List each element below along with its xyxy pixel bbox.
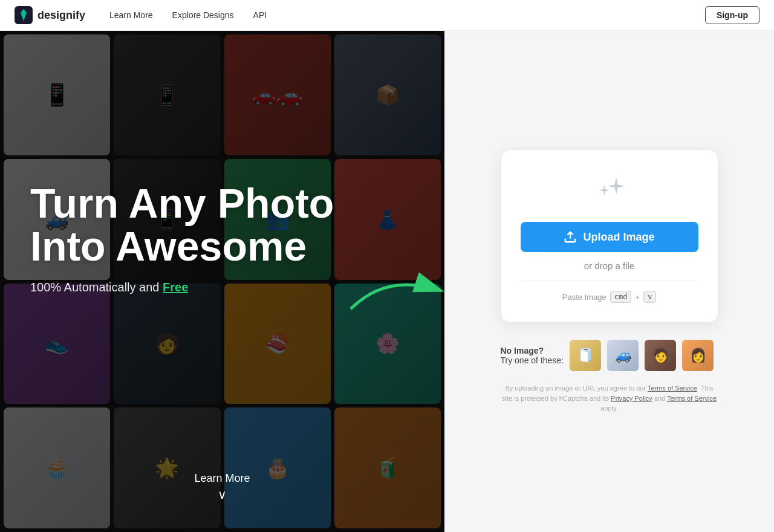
plus-sign: + (635, 293, 640, 302)
curved-arrow-icon (339, 261, 444, 321)
right-panel: Upload Image or drop a file Paste Image … (444, 31, 774, 532)
chevron-down-icon: ∨ (194, 487, 250, 502)
paste-row: Paste Image cmd + v (521, 291, 698, 303)
terms-of-service-link[interactable]: Terms of Service (648, 384, 697, 392)
upload-button-label: Upload Image (583, 231, 654, 244)
hero-title-line2: Into Awesome (30, 223, 307, 269)
upload-card: Upload Image or drop a file Paste Image … (501, 149, 718, 323)
hero-title: Turn Any Photo Into Awesome (30, 182, 334, 268)
navbar: designify Learn More Explore Designs API… (0, 0, 774, 31)
sample-thumb-face1[interactable]: 🧑 (645, 340, 676, 371)
samples-row: No Image? Try one of these: 🧻 🚙 🧑 👩 (501, 340, 718, 371)
no-image-text: No Image? (501, 346, 564, 355)
nav-links: Learn More Explore Designs API (109, 10, 267, 20)
hero-subtitle: 100% Automatically and Free (30, 281, 334, 294)
logo-text: designify (37, 9, 85, 22)
hero-title-line1: Turn Any Photo (30, 180, 334, 226)
nav-learn-more[interactable]: Learn More (109, 10, 153, 20)
logo-icon (15, 6, 33, 24)
try-one-text: Try one of these: (501, 355, 564, 365)
signup-button[interactable]: Sign-up (705, 6, 759, 24)
nav-explore-designs[interactable]: Explore Designs (172, 10, 234, 20)
paste-key-cmd: cmd (610, 291, 632, 303)
divider (521, 281, 698, 281)
terms-of-service-link-2[interactable]: Terms of Service (667, 395, 717, 402)
sample-thumb-car[interactable]: 🚙 (607, 340, 639, 371)
logo-link[interactable]: designify (15, 6, 85, 24)
hero-text-block: Turn Any Photo Into Awesome 100% Automat… (30, 182, 334, 294)
samples-label: No Image? Try one of these: (501, 346, 564, 365)
sample-thumb-face2[interactable]: 👩 (682, 340, 714, 371)
learn-more-bottom-label: Learn More (194, 472, 250, 484)
paste-key-v: v (643, 291, 656, 303)
learn-more-bottom[interactable]: Learn More ∨ (194, 472, 250, 502)
paste-image-label: Paste Image (562, 293, 607, 302)
upload-image-button[interactable]: Upload Image (521, 222, 698, 252)
sample-thumb-roll[interactable]: 🧻 (570, 340, 601, 371)
drop-label: or drop a file (521, 261, 698, 271)
legal-text: By uploading an image or URL you agree t… (501, 383, 718, 414)
upload-icon (564, 230, 577, 244)
nav-api[interactable]: API (253, 10, 267, 20)
hero-free-text: Free (163, 281, 188, 294)
hero-subtitle-prefix: 100% Automatically and (30, 281, 163, 294)
sparkle-icon (521, 174, 698, 207)
left-hero-panel: 📱 🚗 📦 🚙 📱 👥 👗 👟 🧑 🍣 🌸 🧁 🌟 🎂 🧃 Turn Any P… (0, 31, 444, 532)
privacy-policy-link[interactable]: Privacy Policy (611, 395, 652, 402)
